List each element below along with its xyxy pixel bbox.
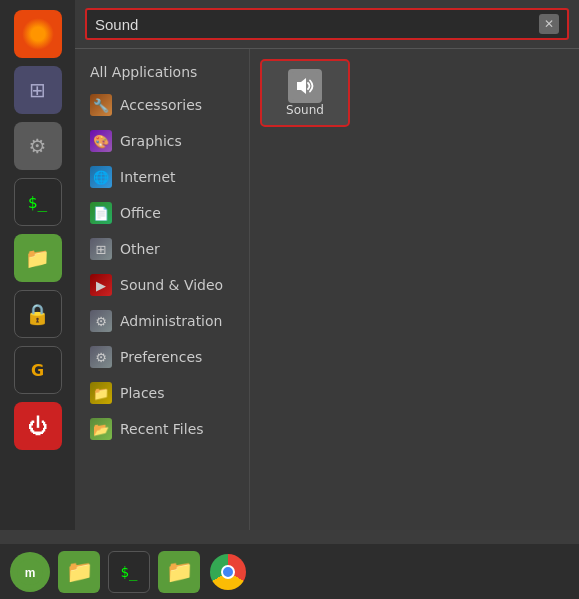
category-preferences[interactable]: ⚙ Preferences bbox=[75, 339, 249, 375]
bottom-taskbar: m 📁 $_ 📁 bbox=[0, 544, 579, 599]
taskbar-chrome-button[interactable] bbox=[208, 552, 248, 592]
category-all-apps[interactable]: All Applications bbox=[75, 57, 249, 87]
accessories-icon: 🔧 bbox=[90, 94, 112, 116]
apps-area: Sound bbox=[250, 49, 579, 530]
category-sound-video[interactable]: ▶ Sound & Video bbox=[75, 267, 249, 303]
category-places-label: Places bbox=[120, 385, 165, 401]
menu-content: All Applications 🔧 Accessories 🎨 Graphic… bbox=[75, 49, 579, 530]
category-places[interactable]: 📁 Places bbox=[75, 375, 249, 411]
category-administration[interactable]: ⚙ Administration bbox=[75, 303, 249, 339]
sound-video-icon: ▶ bbox=[90, 274, 112, 296]
sidebar-icon-terminal[interactable]: $_ bbox=[14, 178, 62, 226]
sidebar-icon-power[interactable]: ⏻ bbox=[14, 402, 62, 450]
sidebar-icon-tweaks[interactable]: ⚙ bbox=[14, 122, 62, 170]
category-accessories-label: Accessories bbox=[120, 97, 202, 113]
other-icon: ⊞ bbox=[90, 238, 112, 260]
search-clear-button[interactable]: ✕ bbox=[539, 14, 559, 34]
mint-logo: m bbox=[12, 554, 48, 590]
taskbar-files2-button[interactable]: 📁 bbox=[158, 551, 200, 593]
category-office-label: Office bbox=[120, 205, 161, 221]
sound-app-label: Sound bbox=[286, 103, 324, 117]
category-internet-label: Internet bbox=[120, 169, 176, 185]
category-other[interactable]: ⊞ Other bbox=[75, 231, 249, 267]
category-all-apps-label: All Applications bbox=[90, 64, 197, 80]
category-other-label: Other bbox=[120, 241, 160, 257]
graphics-icon: 🎨 bbox=[90, 130, 112, 152]
category-recent-files[interactable]: 📂 Recent Files bbox=[75, 411, 249, 447]
recent-files-icon: 📂 bbox=[90, 418, 112, 440]
category-administration-label: Administration bbox=[120, 313, 222, 329]
places-icon: 📁 bbox=[90, 382, 112, 404]
sound-app-icon bbox=[288, 69, 322, 103]
search-bar: ✕ bbox=[75, 0, 579, 49]
category-graphics-label: Graphics bbox=[120, 133, 182, 149]
sidebar-icon-firefox[interactable] bbox=[14, 10, 62, 58]
taskbar-files-button[interactable]: 📁 bbox=[58, 551, 100, 593]
taskbar-mint-button[interactable]: m bbox=[10, 552, 50, 592]
category-sound-video-label: Sound & Video bbox=[120, 277, 223, 293]
category-preferences-label: Preferences bbox=[120, 349, 202, 365]
internet-icon: 🌐 bbox=[90, 166, 112, 188]
search-input[interactable] bbox=[95, 16, 539, 33]
taskbar-terminal-button[interactable]: $_ bbox=[108, 551, 150, 593]
sidebar-icon-grid[interactable]: ⊞ bbox=[14, 66, 62, 114]
administration-icon: ⚙ bbox=[90, 310, 112, 332]
sidebar-icon-lock[interactable]: 🔒 bbox=[14, 290, 62, 338]
clear-icon: ✕ bbox=[544, 17, 554, 31]
menu-panel: ✕ All Applications 🔧 Accessories 🎨 Graph… bbox=[75, 0, 579, 530]
search-input-wrapper[interactable]: ✕ bbox=[85, 8, 569, 40]
sidebar-icon-grub[interactable]: G bbox=[14, 346, 62, 394]
category-internet[interactable]: 🌐 Internet bbox=[75, 159, 249, 195]
category-graphics[interactable]: 🎨 Graphics bbox=[75, 123, 249, 159]
sidebar-icon-files[interactable]: 📁 bbox=[14, 234, 62, 282]
app-sound[interactable]: Sound bbox=[260, 59, 350, 127]
left-sidebar: ⊞ ⚙ $_ 📁 🔒 G ⏻ bbox=[0, 0, 75, 530]
category-office[interactable]: 📄 Office bbox=[75, 195, 249, 231]
preferences-icon: ⚙ bbox=[90, 346, 112, 368]
category-accessories[interactable]: 🔧 Accessories bbox=[75, 87, 249, 123]
categories-panel: All Applications 🔧 Accessories 🎨 Graphic… bbox=[75, 49, 250, 530]
category-recent-files-label: Recent Files bbox=[120, 421, 204, 437]
office-icon: 📄 bbox=[90, 202, 112, 224]
svg-text:m: m bbox=[25, 566, 36, 580]
